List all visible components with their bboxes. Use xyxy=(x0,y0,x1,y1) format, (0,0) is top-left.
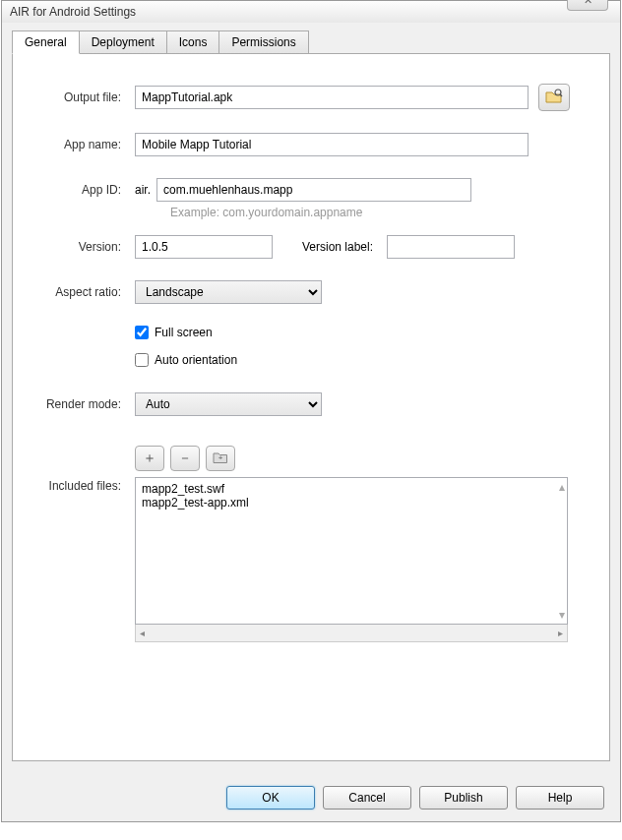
scroll-up-icon[interactable]: ▴ xyxy=(559,480,565,494)
app-id-input[interactable] xyxy=(156,178,471,202)
output-file-input[interactable] xyxy=(135,86,529,109)
auto-orientation-checkbox[interactable] xyxy=(135,353,149,367)
tab-icons[interactable]: Icons xyxy=(166,30,220,54)
version-label: Version: xyxy=(36,240,135,254)
scroll-right-icon[interactable]: ▸ xyxy=(558,628,563,638)
output-file-label: Output file: xyxy=(36,90,135,104)
tab-deployment[interactable]: Deployment xyxy=(79,30,167,54)
folder-search-icon xyxy=(545,89,563,107)
minus-icon: － xyxy=(178,450,192,467)
app-name-input[interactable] xyxy=(135,133,529,156)
svg-text:+: + xyxy=(218,453,223,462)
app-id-example: Example: com.yourdomain.appname xyxy=(170,206,586,219)
ok-button[interactable]: OK xyxy=(226,786,315,810)
app-id-prefix: air. xyxy=(135,183,151,197)
fullscreen-checkbox[interactable] xyxy=(135,326,149,339)
remove-file-button[interactable]: － xyxy=(170,446,200,471)
horizontal-scrollbar[interactable]: ◂ ▸ xyxy=(135,625,568,642)
window-title: AIR for Android Settings xyxy=(10,5,136,19)
auto-orientation-label: Auto orientation xyxy=(155,353,237,367)
aspect-ratio-label: Aspect ratio: xyxy=(36,285,135,299)
close-button[interactable]: ✕ xyxy=(567,0,608,11)
publish-button[interactable]: Publish xyxy=(419,786,508,810)
version-label-label: Version label: xyxy=(302,240,373,254)
tab-panel-general: Output file: App name: Ap xyxy=(12,53,610,761)
aspect-ratio-select[interactable]: Landscape xyxy=(135,280,322,304)
included-files-list[interactable]: mapp2_test.swf mapp2_test-app.xml ▴ ▾ xyxy=(135,477,568,625)
folder-plus-icon: + xyxy=(213,450,228,467)
tab-container: General Deployment Icons Permissions Out… xyxy=(12,30,610,761)
scroll-down-icon[interactable]: ▾ xyxy=(559,608,565,622)
included-files-label: Included files: xyxy=(36,477,135,493)
list-item[interactable]: mapp2_test-app.xml xyxy=(142,496,561,510)
scroll-left-icon[interactable]: ◂ xyxy=(140,628,145,638)
cancel-button[interactable]: Cancel xyxy=(323,786,411,810)
dialog-buttons: OK Cancel Publish Help xyxy=(226,786,604,810)
version-label-input[interactable] xyxy=(387,235,515,259)
list-item[interactable]: mapp2_test.swf xyxy=(142,482,561,496)
fullscreen-label: Full screen xyxy=(155,326,213,339)
browse-button[interactable] xyxy=(538,84,570,111)
app-id-label: App ID: xyxy=(36,183,135,197)
app-name-label: App name: xyxy=(36,138,135,151)
plus-icon: ＋ xyxy=(143,450,156,467)
add-folder-button[interactable]: + xyxy=(206,446,235,471)
titlebar: AIR for Android Settings ✕ xyxy=(2,1,620,23)
settings-window: AIR for Android Settings ✕ General Deplo… xyxy=(1,0,621,822)
render-mode-select[interactable]: Auto xyxy=(135,392,322,416)
tab-strip: General Deployment Icons Permissions xyxy=(12,30,610,54)
add-file-button[interactable]: ＋ xyxy=(135,446,164,471)
help-button[interactable]: Help xyxy=(516,786,604,810)
tab-general[interactable]: General xyxy=(12,30,80,54)
tab-permissions[interactable]: Permissions xyxy=(218,30,308,54)
version-input[interactable] xyxy=(135,235,273,259)
render-mode-label: Render mode: xyxy=(36,397,135,411)
